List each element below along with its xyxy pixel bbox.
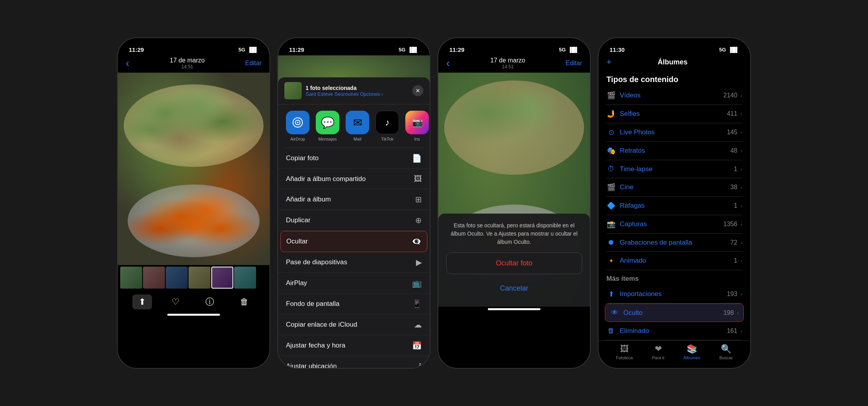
status-right-3: 5G ▐█▌ bbox=[559, 47, 579, 53]
app-instagram[interactable]: 📷 Ins bbox=[405, 111, 429, 141]
thumb-6[interactable] bbox=[234, 267, 256, 289]
album-retratos[interactable]: 🎭 Retratos 48 › bbox=[606, 142, 742, 160]
album-importaciones[interactable]: ⬆ Importaciones 193 › bbox=[606, 285, 742, 304]
thumb-4[interactable] bbox=[189, 267, 211, 289]
rafagas-icon: 🔷 bbox=[606, 201, 616, 210]
tab-fototeca[interactable]: 🖼 Fototeca bbox=[616, 344, 633, 360]
svg-point-2 bbox=[297, 122, 298, 123]
menu-ocultar-icon: 👁‍🗨 bbox=[412, 237, 421, 246]
menu-copiar-foto[interactable]: Copiar foto 📄 bbox=[278, 148, 430, 169]
menu-album-comp-icon: 🖼 bbox=[414, 174, 422, 183]
thumb-1[interactable] bbox=[120, 267, 142, 289]
grabaciones-chevron: › bbox=[740, 240, 742, 246]
albums-tab-icon: 📚 bbox=[687, 344, 697, 354]
tiktok-label: TikTok bbox=[381, 137, 393, 141]
time-1: 11:29 bbox=[129, 46, 144, 53]
share-options[interactable]: Opciones › bbox=[360, 91, 383, 97]
add-album-button[interactable]: + bbox=[606, 57, 612, 67]
edit-button-3[interactable]: Editar bbox=[566, 60, 582, 67]
nav-title-1: 17 de marzo 14:51 bbox=[170, 57, 205, 69]
rafagas-chevron: › bbox=[740, 203, 742, 209]
conf-text: Esta foto se ocultará, pero estará dispo… bbox=[446, 221, 582, 246]
share-button[interactable]: ⬆ bbox=[132, 294, 152, 309]
menu-duplicar[interactable]: Duplicar ⊕ bbox=[278, 210, 430, 231]
menu-fondo[interactable]: Fondo de pantalla 📱 bbox=[278, 294, 430, 315]
tab-albums[interactable]: 📚 Álbumes bbox=[683, 344, 700, 360]
nav-title-3: 17 de marzo 14:51 bbox=[490, 57, 525, 69]
importaciones-label: Importaciones bbox=[620, 290, 662, 298]
phone-3-hide-confirm: 11:29 5G ▐█▌ ‹ 17 de marzo 14:51 Editar bbox=[438, 37, 591, 369]
heart-button[interactable]: ♡ bbox=[165, 294, 186, 309]
menu-airplay[interactable]: AirPlay 📺 bbox=[278, 273, 430, 294]
back-button-1[interactable]: ‹ bbox=[126, 57, 129, 69]
album-animado[interactable]: 🔸 Animado 1 › bbox=[606, 252, 742, 270]
albums-tab-label: Álbumes bbox=[683, 355, 700, 360]
cancel-button-3[interactable]: Cancelar bbox=[446, 278, 582, 299]
thumb-3[interactable] bbox=[166, 267, 188, 289]
share-location: Sant Esteve Sesrovires bbox=[306, 91, 359, 97]
share-apps-row: AirDrop 💬 Mensajes ✉ Mail ♪ TikTok 📷 Ins bbox=[278, 104, 430, 148]
videos-label: Vídeos bbox=[620, 91, 641, 99]
nav-bar-1: ‹ 17 de marzo 14:51 Editar bbox=[118, 55, 269, 73]
share-menu-list: Copiar foto 📄 Añadir a álbum compartido … bbox=[278, 148, 430, 369]
menu-album[interactable]: Añadir a álbum ⊞ bbox=[278, 189, 430, 210]
more-items-list: ⬆ Importaciones 193 › 👁 Oculto 198 bbox=[599, 285, 750, 340]
album-rafagas[interactable]: 🔷 Ráfagas 1 › bbox=[606, 197, 742, 215]
status-right-4: 5G ▐█▌ bbox=[719, 47, 739, 53]
animado-label: Animado bbox=[620, 257, 646, 265]
album-oculto[interactable]: 👁 Oculto 198 › bbox=[605, 304, 744, 322]
share-title: 1 foto seleccionada bbox=[306, 85, 412, 91]
airdrop-label: AirDrop bbox=[290, 137, 305, 141]
album-videos[interactable]: 🎬 Vídeos 2140 › bbox=[606, 86, 742, 105]
album-capturas[interactable]: 📸 Capturas 1356 › bbox=[606, 215, 742, 234]
hide-photo-button[interactable]: Ocultar foto bbox=[446, 252, 582, 274]
edit-button-1[interactable]: Editar bbox=[245, 60, 262, 67]
app-mail[interactable]: ✉ Mail bbox=[346, 111, 369, 141]
plate-top bbox=[124, 84, 264, 167]
thumb-5-selected[interactable] bbox=[211, 267, 233, 289]
importaciones-chevron: › bbox=[740, 291, 742, 297]
tab-parati[interactable]: ❤ Para ti bbox=[652, 344, 665, 360]
back-button-3[interactable]: ‹ bbox=[446, 57, 450, 69]
importaciones-icon: ⬆ bbox=[606, 290, 616, 298]
album-live-photos[interactable]: ⊙ Live Photos 145 › bbox=[606, 123, 742, 142]
fototeca-icon: 🖼 bbox=[620, 344, 629, 354]
messages-app-icon: 💬 bbox=[316, 111, 339, 134]
album-eliminado[interactable]: 🗑 Eliminado 161 › bbox=[606, 322, 742, 340]
share-close-button[interactable]: ✕ bbox=[412, 85, 423, 96]
thumb-2[interactable] bbox=[143, 267, 165, 289]
parati-icon: ❤ bbox=[655, 344, 662, 354]
grabaciones-icon: ⏺ bbox=[606, 238, 616, 247]
album-timelapse[interactable]: ⏱ Time-lapse 1 › bbox=[606, 160, 742, 178]
live-photos-chevron: › bbox=[740, 129, 742, 135]
menu-ocultar[interactable]: Ocultar 👁‍🗨 bbox=[280, 231, 427, 252]
selfies-chevron: › bbox=[740, 111, 742, 117]
menu-pase[interactable]: Pase de diapositivas ▶ bbox=[278, 252, 430, 273]
app-airdrop[interactable]: AirDrop bbox=[286, 111, 309, 141]
menu-ubicacion[interactable]: Ajustar ubicación ℹ bbox=[278, 356, 430, 369]
thumbnail-strip bbox=[118, 265, 269, 290]
album-selfies[interactable]: 🤳 Selfies 411 › bbox=[606, 105, 742, 123]
menu-copiar-label: Copiar foto bbox=[286, 154, 319, 162]
menu-airplay-icon: 📺 bbox=[412, 278, 422, 288]
album-grabaciones[interactable]: ⏺ Grabaciones de pantalla 72 › bbox=[606, 234, 742, 252]
albums-scroll[interactable]: Tipos de contenido 🎬 Vídeos 2140 › 🤳 bbox=[599, 70, 750, 345]
content-types-title: Tipos de contenido bbox=[599, 70, 750, 86]
tab-buscar[interactable]: 🔍 Buscar bbox=[719, 344, 732, 360]
app-messages[interactable]: 💬 Mensajes bbox=[316, 111, 339, 141]
info-button[interactable]: ⓘ bbox=[199, 294, 220, 310]
animado-icon: 🔸 bbox=[606, 256, 616, 265]
photo-time-3: 14:51 bbox=[490, 64, 525, 69]
trash-button[interactable]: 🗑 bbox=[234, 294, 255, 309]
time-2: 11:29 bbox=[289, 46, 304, 53]
notch-2 bbox=[330, 38, 377, 50]
home-indicator-1 bbox=[167, 314, 220, 316]
time-3: 11:29 bbox=[449, 46, 464, 53]
app-tiktok[interactable]: ♪ TikTok bbox=[375, 111, 399, 141]
notch-3 bbox=[491, 38, 538, 50]
menu-fecha[interactable]: Ajustar fecha y hora 📅 bbox=[278, 335, 430, 356]
menu-icloud[interactable]: Copiar enlace de iCloud ☁ bbox=[278, 315, 430, 335]
live-photos-label: Live Photos bbox=[620, 128, 655, 136]
menu-album-compartido[interactable]: Añadir a álbum compartido 🖼 bbox=[278, 169, 430, 189]
album-cine[interactable]: 🎬 Cine 38 › bbox=[606, 178, 742, 197]
